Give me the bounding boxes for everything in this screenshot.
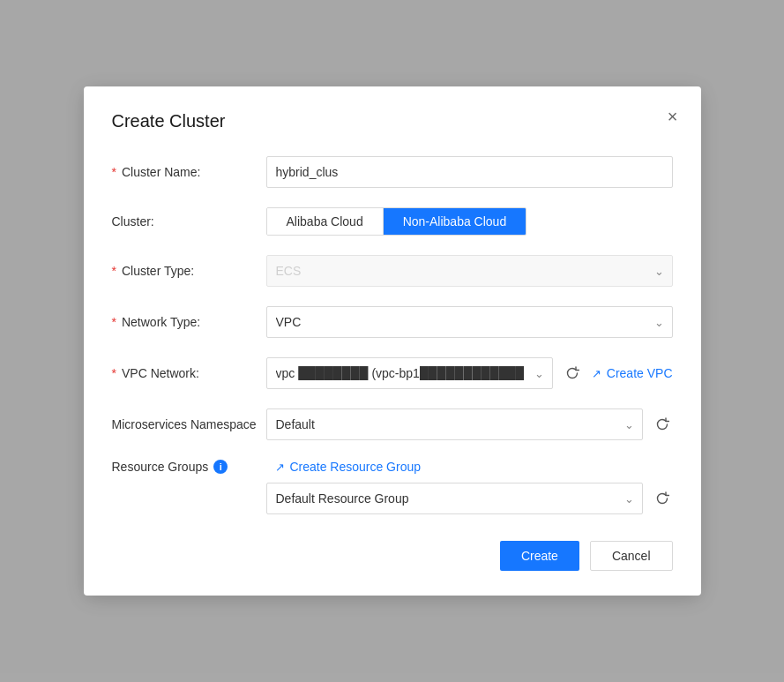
microservices-namespace-select-wrapper: Default ⌄ bbox=[266, 408, 643, 440]
required-star-type: * bbox=[112, 264, 116, 278]
external-link-icon: ↗ bbox=[275, 461, 285, 474]
cluster-label: Cluster: bbox=[112, 214, 266, 229]
create-button[interactable]: Create bbox=[500, 541, 579, 571]
microservices-namespace-control: Default ⌄ bbox=[266, 408, 673, 440]
cluster-name-row: * Cluster Name: bbox=[112, 156, 673, 188]
resource-groups-select-wrapper: Default Resource Group ⌄ bbox=[266, 483, 643, 514]
vpc-network-control: vpc ████████ (vpc-bp1█████████████) ⌄ ↗ … bbox=[266, 357, 673, 389]
create-resource-group-button[interactable]: ↗ Create Resource Group bbox=[275, 460, 422, 474]
resource-groups-select-row: Default Resource Group ⌄ bbox=[266, 483, 673, 514]
cluster-type-control: ECS ⌄ bbox=[266, 255, 673, 287]
create-cluster-dialog: Create Cluster × * Cluster Name: Cluster… bbox=[84, 86, 701, 596]
network-type-select-wrapper: VPC ⌄ bbox=[266, 306, 673, 338]
required-star: * bbox=[112, 165, 116, 179]
cluster-toggle-area: Alibaba Cloud Non-Alibaba Cloud bbox=[266, 207, 673, 236]
cluster-type-label: * Cluster Type: bbox=[112, 264, 266, 278]
resource-groups-link-area: ↗ Create Resource Group bbox=[275, 460, 422, 474]
cancel-button[interactable]: Cancel bbox=[590, 541, 673, 571]
vpc-network-label: * VPC Network: bbox=[112, 366, 266, 380]
refresh-icon bbox=[655, 417, 669, 431]
network-type-control: VPC ⌄ bbox=[266, 306, 673, 338]
cluster-type-row: * Cluster Type: ECS ⌄ bbox=[112, 255, 673, 287]
microservices-namespace-refresh-button[interactable] bbox=[652, 414, 673, 435]
external-link-icon: ↗ bbox=[592, 367, 601, 380]
cluster-name-input[interactable] bbox=[266, 156, 673, 188]
vpc-network-refresh-button[interactable] bbox=[562, 363, 583, 384]
required-star-network: * bbox=[112, 315, 116, 329]
required-star-vpc: * bbox=[112, 366, 116, 380]
dialog-overlay: Create Cluster × * Cluster Name: Cluster… bbox=[0, 0, 784, 682]
resource-groups-top: Resource Groups i ↗ Create Resource Grou… bbox=[112, 460, 673, 474]
vpc-network-row: * VPC Network: vpc ████████ (vpc-bp1████… bbox=[112, 357, 673, 389]
resource-groups-select[interactable]: Default Resource Group bbox=[266, 483, 643, 514]
microservices-namespace-label: Microservices Namespace bbox=[112, 417, 266, 431]
microservices-namespace-select[interactable]: Default bbox=[266, 408, 643, 440]
refresh-icon bbox=[565, 366, 579, 380]
cluster-type-select[interactable]: ECS bbox=[266, 255, 673, 287]
network-type-select[interactable]: VPC bbox=[266, 306, 673, 338]
cluster-name-label: * Cluster Name: bbox=[112, 165, 266, 179]
vpc-network-select-wrapper: vpc ████████ (vpc-bp1█████████████) ⌄ bbox=[266, 357, 553, 389]
non-alibaba-cloud-toggle[interactable]: Non-Alibaba Cloud bbox=[384, 208, 526, 235]
refresh-icon bbox=[655, 491, 669, 506]
create-vpc-button[interactable]: ↗ Create VPC bbox=[592, 366, 673, 380]
vpc-network-select[interactable]: vpc ████████ (vpc-bp1█████████████) bbox=[266, 357, 553, 389]
cluster-name-control bbox=[266, 156, 673, 188]
resource-groups-row: Resource Groups i ↗ Create Resource Grou… bbox=[112, 460, 673, 514]
resource-groups-label: Resource Groups i bbox=[112, 460, 266, 474]
close-button[interactable]: × bbox=[664, 104, 682, 129]
dialog-footer: Create Cancel bbox=[112, 534, 673, 571]
cluster-toggle-row: Cluster: Alibaba Cloud Non-Alibaba Cloud bbox=[112, 207, 673, 236]
dialog-title: Create Cluster bbox=[112, 111, 673, 131]
resource-groups-refresh-button[interactable] bbox=[652, 488, 673, 509]
network-type-row: * Network Type: VPC ⌄ bbox=[112, 306, 673, 338]
network-type-label: * Network Type: bbox=[112, 315, 266, 329]
cluster-type-select-wrapper: ECS ⌄ bbox=[266, 255, 673, 287]
microservices-namespace-row: Microservices Namespace Default ⌄ bbox=[112, 408, 673, 440]
resource-groups-info-icon[interactable]: i bbox=[213, 460, 228, 474]
alibaba-cloud-toggle[interactable]: Alibaba Cloud bbox=[267, 208, 384, 235]
cluster-toggle-group: Alibaba Cloud Non-Alibaba Cloud bbox=[266, 207, 527, 236]
